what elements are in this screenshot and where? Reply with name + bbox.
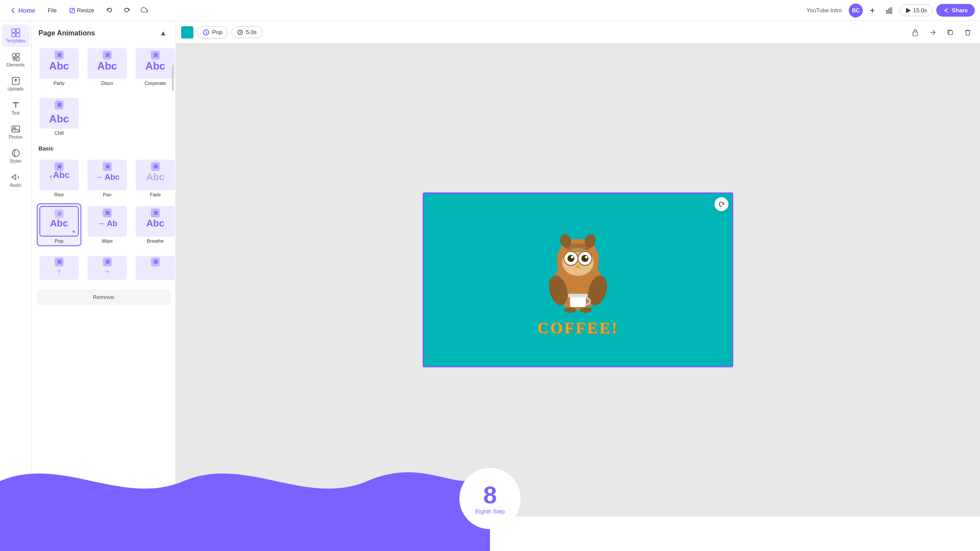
file-button[interactable]: File (43, 4, 61, 16)
uploads-icon (11, 76, 21, 86)
svg-rect-16 (12, 126, 20, 132)
anim-label-pan: Pan (103, 192, 112, 197)
animation-grid-more: 🖼 ↑ 🖼 → 🖼 (32, 250, 175, 276)
templates-icon (11, 28, 21, 38)
anim-label-wipe: Wipe (102, 238, 112, 244)
sidebar-item-templates[interactable]: Templates (2, 24, 30, 47)
anim-label-disco: Disco (101, 80, 113, 86)
svg-rect-12 (16, 53, 19, 56)
canvas-frame[interactable]: COFFEE! (423, 192, 490, 276)
styles-icon (11, 148, 21, 158)
svg-rect-14 (16, 58, 19, 61)
canvas-area: Pop 5.0s (176, 21, 490, 276)
photos-icon (11, 124, 21, 134)
clock-icon (237, 29, 243, 35)
anim-card-pop[interactable]: 🖼 Abc ● Pop (37, 203, 81, 246)
audio-icon (11, 172, 21, 182)
home-label: Home (18, 7, 35, 14)
svg-point-11 (12, 53, 16, 57)
svg-marker-13 (13, 58, 16, 61)
resize-label: Resize (77, 7, 94, 14)
anim-card-breathe[interactable]: 🖼 Abc Breathe (133, 203, 176, 246)
animation-selector[interactable]: Pop (197, 26, 228, 38)
anim-card-extra3[interactable]: 🖼 (133, 253, 176, 276)
chevron-left-icon (10, 7, 17, 14)
anim-label-breathe: Breathe (147, 238, 164, 244)
anim-card-extra1[interactable]: 🖼 ↑ (37, 253, 81, 276)
sidebar-item-text[interactable]: Text (2, 97, 30, 119)
elements-icon (11, 52, 21, 62)
sidebar-label-audio: Audio (10, 183, 21, 188)
resize-icon (69, 7, 75, 14)
anim-card-disco[interactable]: 🖼 Abc Disco (85, 45, 130, 88)
svg-point-18 (12, 150, 19, 157)
anim-card-chill[interactable]: 🖼 Abc Chill (37, 95, 81, 138)
panel: Page Animations ▲ 🖼 Abc Party 🖼 Abc Disc… (32, 21, 176, 276)
sidebar-item-styles[interactable]: Styles (2, 145, 30, 167)
animation-grid-top: 🖼 Abc Party 🖼 Abc Disco 🖼 Abc Corporate (32, 42, 175, 92)
file-label: File (48, 7, 57, 14)
anim-card-extra2[interactable]: 🖼 → (85, 253, 130, 276)
anim-label-fade: Fade (150, 192, 161, 197)
canvas-toolbar: Pop 5.0s (176, 21, 490, 44)
anim-card-party[interactable]: 🖼 Abc Party (37, 45, 81, 88)
panel-scroll-up[interactable]: ▲ (158, 28, 168, 38)
anim-card-pan[interactable]: 🖼 → Abc Pan (85, 157, 130, 200)
resize-button[interactable]: Resize (65, 4, 99, 16)
svg-rect-7 (12, 29, 15, 32)
panel-scrollbar[interactable] (172, 65, 174, 91)
undo-button[interactable] (102, 3, 116, 17)
duration-selector[interactable]: 5.0s (231, 26, 262, 38)
anim-label-rise: Rise (54, 192, 64, 197)
section-label-basic: Basic (32, 142, 175, 153)
anim-label-corporate: Corporate (145, 80, 166, 86)
animation-label: Pop (212, 29, 222, 35)
sidebar-item-elements[interactable]: Elements (2, 49, 30, 71)
animation-grid-chill: 🖼 Abc Chill (32, 92, 175, 142)
anim-card-rise[interactable]: 🖼 ↑ Abc Rise (37, 157, 81, 200)
canvas-duration: 5.0s (246, 29, 257, 35)
canvas-workspace: COFFEE! (176, 44, 490, 276)
animation-grid-basic: 🖼 ↑ Abc Rise 🖼 → Abc Pan 🖼 Abc Fade 🖼 (32, 153, 175, 250)
sidebar-label-elements: Elements (7, 63, 25, 67)
anim-label-chill: Chill (54, 130, 63, 136)
save-cloud-button[interactable] (137, 3, 151, 17)
sidebar: Templates Elements Uploads Text Photos S… (0, 21, 32, 276)
svg-rect-9 (12, 33, 15, 37)
sidebar-label-uploads: Uploads (7, 87, 24, 91)
anim-card-wipe[interactable]: 🖼 → Ab Wipe (85, 203, 130, 246)
text-icon (11, 100, 21, 110)
home-button[interactable]: Home (5, 4, 40, 17)
sidebar-label-photos: Photos (9, 135, 22, 139)
topbar: Home File Resize YouTube Intro BC 15.0s … (0, 0, 490, 21)
sidebar-item-uploads[interactable]: Uploads (2, 73, 30, 95)
panel-header: Page Animations ▲ (32, 21, 175, 42)
sidebar-item-audio[interactable]: Audio (2, 169, 30, 191)
sidebar-item-photos[interactable]: Photos (2, 121, 30, 143)
sidebar-label-styles: Styles (10, 159, 21, 164)
color-picker[interactable] (181, 26, 193, 38)
svg-rect-8 (16, 29, 20, 32)
anim-card-corporate[interactable]: 🖼 Abc Corporate (133, 45, 176, 88)
svg-rect-10 (16, 33, 20, 37)
panel-title: Page Animations (38, 29, 95, 37)
anim-label-party: Party (53, 80, 65, 86)
redo-button[interactable] (120, 3, 134, 17)
anim-label-pop: Pop (55, 238, 63, 244)
anim-card-fade[interactable]: 🖼 Abc Fade (133, 157, 176, 200)
animation-icon (203, 29, 210, 36)
sidebar-label-text: Text (11, 111, 19, 115)
sidebar-label-templates: Templates (6, 38, 26, 43)
